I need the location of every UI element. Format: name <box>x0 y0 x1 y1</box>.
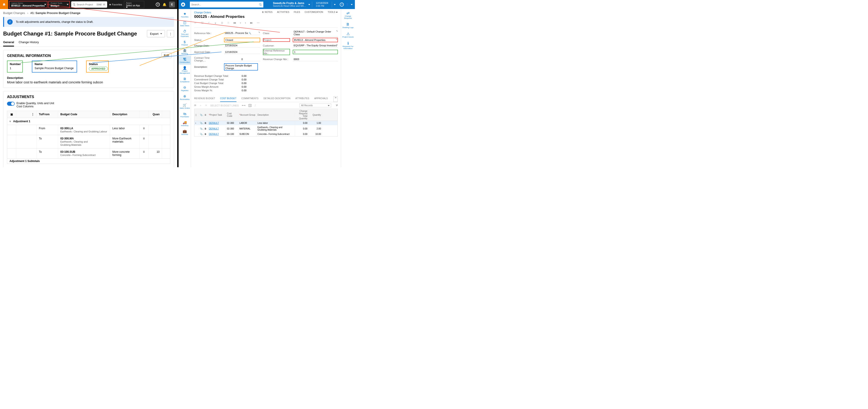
refresh-icon[interactable]: ⟳ <box>194 104 196 107</box>
sidebar-item-favorites[interactable]: ★Favorites <box>179 10 191 19</box>
upload-icon[interactable]: ⤴ <box>254 104 256 107</box>
detail-tabs: REVENUE BUDGETCOST BUDGETCOMMITMENTSDETA… <box>194 95 338 102</box>
project-field[interactable]: BV8513 - Almond Properties✎ <box>293 38 338 42</box>
bell-icon[interactable]: 🔔 <box>162 3 166 6</box>
sidebar-item-sales orders[interactable]: 🛒Sales Orders <box>179 102 191 111</box>
detail-tab-revenue budget[interactable]: REVENUE BUDGET <box>194 96 215 102</box>
calculator-icon[interactable]: 🖩 <box>143 137 145 140</box>
info-panel-requests for information[interactable]: ℹRequests For Information <box>341 41 355 50</box>
detail-tab-approvals[interactable]: APPROVALS <box>314 96 328 102</box>
approval-date-field[interactable]: 12/18/2024 <box>224 50 260 54</box>
adjustments-card: ADJUSTMENTS Enable Quantity, Units and U… <box>3 91 174 167</box>
grid-row[interactable]: ›📎🗎 DEFAULT 02-300LABORLess labor 0.001.… <box>194 121 338 125</box>
fit-icon[interactable]: ⟷ <box>242 104 246 107</box>
sidebar-item-inventory[interactable]: 🚚Inventory <box>179 119 191 128</box>
sidebar-item-construction[interactable]: 🏗Construction <box>179 56 191 65</box>
detail-tab-attributes[interactable]: ATTRIBUTES <box>296 96 309 102</box>
doc-tab-activities[interactable]: ACTIVITIES <box>277 11 289 13</box>
sidebar-item-finance[interactable]: $Finance <box>179 39 191 47</box>
sidebar-item-time and expenses[interactable]: ⏱Time and Expenses <box>179 28 191 39</box>
reference-nbr-field[interactable]: 000125 - Procore Sa 🔍✎ <box>224 31 260 35</box>
sidebar-item-receivables[interactable]: ⊕Receivables <box>179 93 191 102</box>
user-icon[interactable]: 👤 <box>346 3 349 6</box>
export-icon[interactable]: X <box>249 104 251 107</box>
quantity-toggle[interactable] <box>7 102 15 106</box>
last-icon[interactable]: ⏭ <box>250 21 253 25</box>
global-search[interactable] <box>190 2 264 7</box>
search-input[interactable] <box>76 3 95 6</box>
filter-icon[interactable]: ⧩ <box>336 104 338 107</box>
detail-tab-cost budget[interactable]: COST BUDGET <box>220 96 237 102</box>
calculator-icon[interactable]: 🖩 <box>143 127 145 130</box>
detail-tab-commitments[interactable]: COMMITMENTS <box>241 96 258 102</box>
delete-row-icon[interactable]: ✕ <box>205 104 207 107</box>
calculator-icon[interactable]: 🖩 <box>143 150 145 153</box>
contract-time-field[interactable]: 0 <box>224 57 260 61</box>
prev-icon[interactable]: ‹ <box>240 21 241 25</box>
grid-row[interactable]: 📎🗎 DEFAULT 02-300MATERIALEarthwork– Clea… <box>194 125 338 132</box>
info-icon: i <box>7 19 13 25</box>
sidebar-item-payables[interactable]: ⊖Payables <box>179 84 191 93</box>
tab-change-history[interactable]: Change History <box>19 40 39 46</box>
info-panel-drawing logs[interactable]: 🗎Drawing Logs <box>342 22 353 29</box>
project-search[interactable]: Cmd K <box>71 1 107 8</box>
sidebar-item-data views[interactable]: ◫Data Views <box>179 19 191 28</box>
sidebar-item-purchases[interactable]: 🛍Purchases <box>179 111 191 119</box>
description-field[interactable]: Procore Sample Budget Change <box>224 63 258 70</box>
sidebar-item-banking[interactable]: 🏦Banking <box>179 47 191 56</box>
company-selector[interactable]: SweetLife Fruits & Jams SweetLife Head O… <box>271 2 308 7</box>
change-date-field[interactable]: 12/18/2024 <box>224 43 260 48</box>
project-selector[interactable]: Agave Demo BV8513 - Almond Properties <box>9 1 48 8</box>
customer-field[interactable]: EQUGRP - The Equity Group Investors✎ <box>293 43 338 48</box>
search-icon[interactable] <box>259 3 262 6</box>
next-icon[interactable]: › <box>245 21 246 25</box>
breadcrumb: Budget Changes › #1: Sample Procore Budg… <box>0 9 177 17</box>
add-row-icon[interactable]: ＋ <box>199 104 202 107</box>
copy-icon[interactable]: ⎘ <box>228 21 229 25</box>
more-icon[interactable]: ⋯ <box>257 21 259 25</box>
app-selector[interactable]: Apps Select an App <box>124 1 144 8</box>
favorites-link[interactable]: ★ Favorites <box>109 3 122 6</box>
delete-icon[interactable]: 🗑 <box>221 21 223 25</box>
pencil-icon: ✎ <box>336 38 338 41</box>
detail-tab-detailed description[interactable]: DETAILED DESCRIPTION <box>264 96 290 102</box>
tab-general[interactable]: General <box>3 40 14 46</box>
doc-tab-tools[interactable]: TOOLS <box>328 11 338 13</box>
info-panel-project issues[interactable]: ⚠Project Issues <box>342 32 353 38</box>
tab-scroll-icon[interactable]: ≫ <box>333 96 338 102</box>
row-menu-icon[interactable]: ⋮ <box>16 111 37 118</box>
external-ref-field[interactable]: 1 <box>293 50 338 54</box>
help-icon[interactable]: ? <box>156 2 160 6</box>
breadcrumb-root[interactable]: Budget Changes <box>3 11 25 15</box>
user-avatar[interactable]: E <box>169 2 175 7</box>
first-icon[interactable]: ⏮ <box>233 21 236 25</box>
adjustment-group-header[interactable]: ▾ Adjustment 1 <box>7 118 170 125</box>
class-field[interactable]: DEFAULT - Default Change Order Class✎ <box>293 30 338 36</box>
help-icon[interactable]: ? <box>340 2 344 6</box>
business-date[interactable]: 12/18/2024 3:06 PM <box>312 2 332 7</box>
collapse-icon[interactable]: ▣ <box>7 111 16 118</box>
export-button[interactable]: Export <box>147 30 165 37</box>
save-icon[interactable]: 🖫 <box>201 21 204 25</box>
more-actions-button[interactable]: ⋮ <box>167 30 174 37</box>
info-panel-change requests[interactable]: ⇄Change Requests <box>341 11 355 19</box>
select-budget-lines: SELECT BUDGET LINES <box>210 104 239 107</box>
filter-dropdown[interactable]: All Records <box>300 103 331 107</box>
doc-tab-files[interactable]: FILES <box>294 11 300 13</box>
sidebar-item-project management[interactable]: 👤Project Management <box>179 65 191 75</box>
doc-tab-notes[interactable]: 🗎 NOTES <box>262 11 272 13</box>
sidebar-item-compliance[interactable]: 🗎Compliance <box>179 75 191 84</box>
chevron-down-icon <box>334 4 336 5</box>
sidebar-item-services[interactable]: 💼Services <box>179 128 191 137</box>
breadcrumb-change-orders[interactable]: Change Orders <box>194 11 211 14</box>
grid-row[interactable]: 📎🗎 DEFAULT 03-100SUBCONConcrete– Forming… <box>194 132 338 136</box>
home-icon[interactable] <box>0 0 8 9</box>
adjustment-row: From 02-300.LAEarthwork– Clearing and Gr… <box>7 125 170 135</box>
doc-tab-customization[interactable]: CUSTOMIZATION <box>305 11 323 13</box>
acumatica-logo-icon[interactable] <box>179 0 188 9</box>
add-icon[interactable]: ＋ <box>214 21 217 25</box>
discard-icon[interactable]: ↶ <box>208 21 210 25</box>
edit-button[interactable]: Edit <box>161 53 172 58</box>
back-icon[interactable]: ← <box>194 21 197 25</box>
tool-selector[interactable]: Project Tools Budget <box>49 1 70 8</box>
